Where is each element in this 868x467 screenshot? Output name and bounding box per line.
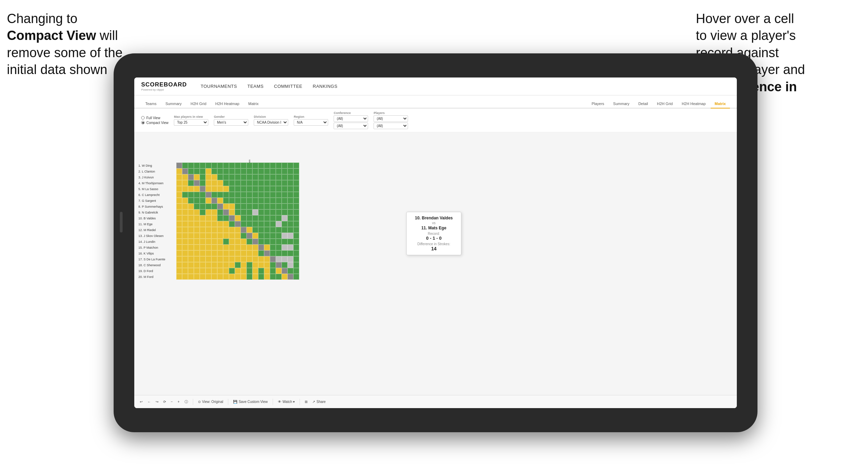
matrix-cell[interactable] [211,250,217,256]
matrix-cell[interactable] [270,215,276,221]
matrix-cell[interactable] [229,250,235,256]
matrix-cell[interactable] [211,215,217,221]
matrix-cell[interactable] [206,233,211,239]
matrix-cell[interactable] [176,215,182,221]
matrix-cell[interactable] [200,268,206,274]
matrix-cell[interactable] [282,186,287,192]
matrix-cell[interactable] [200,215,206,221]
matrix-cell[interactable] [182,227,188,233]
matrix-cell[interactable] [182,163,188,168]
matrix-cell[interactable] [206,227,211,233]
matrix-cell[interactable] [247,227,252,233]
matrix-cell[interactable] [206,192,211,198]
matrix-cell[interactable] [188,174,194,180]
matrix-cell[interactable] [217,256,223,262]
matrix-cell[interactable] [229,168,235,174]
matrix-cell[interactable] [217,186,223,192]
matrix-cell[interactable] [200,198,206,204]
matrix-cell[interactable] [270,233,276,239]
matrix-cell[interactable] [247,192,252,198]
matrix-cell[interactable] [247,209,252,215]
matrix-cell[interactable] [194,204,200,209]
matrix-cell[interactable] [241,192,247,198]
matrix-cell[interactable] [182,215,188,221]
sub-tab-players[interactable]: Players [587,100,608,108]
matrix-cell[interactable] [293,174,299,180]
matrix-cell[interactable] [200,274,206,280]
matrix-cell[interactable] [235,168,241,174]
matrix-cell[interactable] [287,239,293,245]
conference-select-1[interactable]: (All) [334,115,368,122]
matrix-cell[interactable] [287,209,293,215]
matrix-cell[interactable] [176,168,182,174]
matrix-cell[interactable] [241,174,247,180]
matrix-cell[interactable] [217,262,223,268]
matrix-cell[interactable] [287,215,293,221]
matrix-cell[interactable] [247,274,252,280]
matrix-cell[interactable] [270,227,276,233]
matrix-cell[interactable] [235,163,241,168]
matrix-cell[interactable] [270,268,276,274]
matrix-cell[interactable] [293,227,299,233]
matrix-cell[interactable] [217,192,223,198]
matrix-cell[interactable] [182,174,188,180]
matrix-cell[interactable] [287,174,293,180]
matrix-cell[interactable] [235,215,241,221]
matrix-cell[interactable] [270,209,276,215]
matrix-cell[interactable] [182,256,188,262]
matrix-cell[interactable] [270,274,276,280]
matrix-cell[interactable] [188,274,194,280]
matrix-cell[interactable] [188,209,194,215]
matrix-cell[interactable] [194,174,200,180]
matrix-cell[interactable] [276,250,282,256]
matrix-cell[interactable] [252,268,258,274]
matrix-cell[interactable] [235,227,241,233]
matrix-cell[interactable] [252,274,258,280]
matrix-cell[interactable] [229,239,235,245]
matrix-cell[interactable] [264,245,270,250]
matrix-cell[interactable] [223,204,229,209]
matrix-cell[interactable] [287,163,293,168]
matrix-cell[interactable] [264,215,270,221]
matrix-cell[interactable] [211,262,217,268]
matrix-cell[interactable] [188,233,194,239]
matrix-cell[interactable] [276,192,282,198]
matrix-cell[interactable] [258,174,264,180]
matrix-cell[interactable] [293,168,299,174]
matrix-cell[interactable] [247,262,252,268]
matrix-cell[interactable] [270,221,276,227]
matrix-cell[interactable] [293,274,299,280]
matrix-cell[interactable] [176,192,182,198]
matrix-cell[interactable] [282,227,287,233]
matrix-cell[interactable] [235,268,241,274]
matrix-cell[interactable] [264,268,270,274]
matrix-cell[interactable] [276,215,282,221]
matrix-cell[interactable] [258,274,264,280]
matrix-cell[interactable] [258,168,264,174]
matrix-cell[interactable] [182,250,188,256]
matrix-cell[interactable] [229,233,235,239]
matrix-cell[interactable] [270,174,276,180]
matrix-cell[interactable] [293,250,299,256]
matrix-cell[interactable] [247,215,252,221]
matrix-cell[interactable] [194,215,200,221]
matrix-cell[interactable] [217,209,223,215]
matrix-cell[interactable] [287,204,293,209]
nav-committee[interactable]: COMMITTEE [274,82,303,90]
matrix-cell[interactable] [282,192,287,198]
matrix-cell[interactable] [229,227,235,233]
matrix-cell[interactable] [293,204,299,209]
back-button[interactable]: ← [147,400,151,404]
matrix-cell[interactable] [235,192,241,198]
matrix-cell[interactable] [287,198,293,204]
conference-select-2[interactable]: (All) [334,123,368,129]
matrix-cell[interactable] [223,250,229,256]
matrix-cell[interactable] [293,186,299,192]
matrix-cell[interactable] [235,245,241,250]
matrix-cell[interactable] [176,268,182,274]
matrix-cell[interactable] [276,221,282,227]
matrix-cell[interactable] [182,239,188,245]
matrix-cell[interactable] [293,245,299,250]
nav-teams[interactable]: TEAMS [247,82,263,90]
matrix-cell[interactable] [235,250,241,256]
